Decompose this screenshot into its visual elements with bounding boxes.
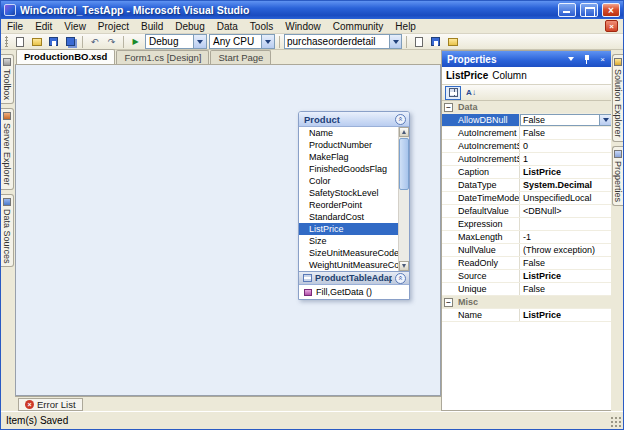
chevron-down-icon[interactable] [193, 35, 206, 48]
property-row[interactable]: −Misc [442, 296, 612, 309]
menu-item[interactable]: Debug [169, 19, 210, 34]
property-row[interactable]: −Caption ListPrice [442, 166, 612, 179]
close-button[interactable]: × [602, 3, 620, 17]
properties-header[interactable]: Properties × [442, 51, 612, 67]
adapter-method-row[interactable]: Fill,GetData () [299, 285, 409, 299]
open-file-icon[interactable] [29, 35, 44, 48]
property-row[interactable]: −DateTimeMode UnspecifiedLocal [442, 192, 612, 205]
start-debug-icon[interactable]: ▶ [128, 35, 143, 48]
menu-close-icon[interactable]: × [605, 20, 618, 32]
close-panel-icon[interactable]: × [596, 53, 609, 65]
menu-item[interactable]: View [58, 19, 92, 34]
toolbar-extra-icon[interactable] [445, 35, 460, 48]
categorized-icon[interactable] [445, 86, 461, 100]
property-value[interactable]: ListPrice [520, 166, 612, 178]
property-row[interactable]: −AllowDBNull False [442, 114, 612, 127]
dataset-designer-surface[interactable]: Product « NameProductNumberMakeFlagFinis… [15, 65, 441, 396]
save-all-icon[interactable] [63, 35, 78, 48]
find-input[interactable] [285, 36, 389, 48]
property-row[interactable]: −Expression [442, 218, 612, 231]
left-dock-tab[interactable]: Data Sources [1, 194, 14, 268]
menu-item[interactable]: Data [211, 19, 244, 34]
collapse-chevron-icon[interactable]: « [395, 273, 406, 284]
product-column-row[interactable]: Name [299, 127, 398, 139]
scrollbar-thumb[interactable] [399, 138, 409, 190]
save-icon[interactable] [46, 35, 61, 48]
property-row[interactable]: −Data [442, 101, 612, 114]
product-column-row[interactable]: WeightUnitMeasureCode [299, 259, 398, 271]
resize-grip[interactable] [609, 415, 622, 428]
menu-item[interactable]: Project [92, 19, 135, 34]
collapse-icon[interactable]: − [444, 103, 453, 112]
property-value[interactable]: False [520, 283, 612, 295]
product-column-row[interactable]: Size [299, 235, 398, 247]
scroll-down-icon[interactable] [399, 261, 409, 271]
toolbar-extra-icon[interactable] [411, 35, 426, 48]
menu-item[interactable]: Tools [244, 19, 279, 34]
product-column-row[interactable]: ListPrice [299, 223, 398, 235]
chevron-down-icon[interactable] [261, 35, 274, 48]
property-value[interactable]: ListPrice [520, 309, 612, 321]
collapse-icon[interactable]: − [444, 298, 453, 307]
property-row[interactable]: −MaxLength -1 [442, 231, 612, 244]
new-file-icon[interactable] [12, 35, 27, 48]
property-row[interactable]: −DefaultValue <DBNull> [442, 205, 612, 218]
find-combo[interactable] [284, 34, 402, 49]
property-value[interactable]: UnspecifiedLocal [520, 192, 612, 204]
redo-icon[interactable]: ↷ [104, 35, 119, 48]
left-dock-tab[interactable]: Server Explorer [1, 108, 14, 190]
property-value[interactable]: 0 [520, 140, 612, 152]
undo-icon[interactable]: ↶ [87, 35, 102, 48]
product-column-row[interactable]: MakeFlag [299, 151, 398, 163]
menu-item[interactable]: Edit [29, 19, 58, 34]
property-value[interactable]: 1 [520, 153, 612, 165]
property-value[interactable]: ListPrice [520, 270, 612, 282]
chevron-down-icon[interactable] [389, 35, 401, 48]
document-tab[interactable]: Start Page [210, 50, 271, 64]
product-scrollbar[interactable] [398, 127, 409, 271]
product-column-row[interactable]: ReorderPoint [299, 199, 398, 211]
left-dock-tab[interactable]: Toolbox [1, 54, 14, 104]
property-row[interactable]: −AutoIncrementSeed 0 [442, 140, 612, 153]
product-column-row[interactable]: ProductNumber [299, 139, 398, 151]
product-column-row[interactable]: Color [299, 175, 398, 187]
scroll-up-icon[interactable] [399, 127, 409, 137]
property-value[interactable]: False [520, 114, 612, 126]
property-value[interactable]: -1 [520, 231, 612, 243]
property-row[interactable]: −Unique False [442, 283, 612, 296]
document-tab[interactable]: ProductionBO.xsd [16, 49, 115, 64]
property-value[interactable]: System.Decimal [520, 179, 612, 191]
menu-item[interactable]: Window [279, 19, 327, 34]
alphabetical-sort-icon[interactable]: A↓ [463, 86, 479, 100]
maximize-button[interactable] [580, 3, 598, 17]
dropdown-arrow-icon[interactable] [599, 115, 611, 125]
property-value[interactable]: False [520, 257, 612, 269]
property-row[interactable]: −NullValue (Throw exception) [442, 244, 612, 257]
product-column-row[interactable]: FinishedGoodsFlag [299, 163, 398, 175]
menu-item[interactable]: Help [389, 19, 422, 34]
product-column-row[interactable]: SizeUnitMeasureCode [299, 247, 398, 259]
table-adapter-header[interactable]: ProductTableAdapter « [299, 271, 409, 285]
property-row[interactable]: −ReadOnly False [442, 257, 612, 270]
toolbar-extra-icon[interactable] [428, 35, 443, 48]
property-row[interactable]: −Source ListPrice [442, 270, 612, 283]
menu-item[interactable]: Build [135, 19, 169, 34]
error-list-tab[interactable]: × Error List [18, 398, 83, 411]
pin-icon[interactable] [580, 53, 593, 65]
document-tab[interactable]: Form1.cs [Design] [116, 50, 209, 64]
window-menu-icon[interactable] [564, 53, 577, 65]
property-row[interactable]: −DataType System.Decimal [442, 179, 612, 192]
solution-configuration-combo[interactable]: Debug [145, 34, 207, 49]
property-row[interactable]: −AutoIncrement False [442, 127, 612, 140]
toolbar-grip[interactable] [5, 36, 8, 47]
collapse-chevron-icon[interactable]: « [395, 114, 406, 125]
property-row[interactable]: −Name ListPrice [442, 309, 612, 322]
right-dock-tab[interactable]: Properties [612, 146, 623, 206]
solution-platform-combo[interactable]: Any CPU [209, 34, 275, 49]
minimize-button[interactable] [558, 3, 576, 17]
menu-item[interactable]: File [1, 19, 29, 34]
property-value[interactable]: <DBNull> [520, 205, 612, 217]
property-row[interactable]: −AutoIncrementStep 1 [442, 153, 612, 166]
property-value[interactable]: (Throw exception) [520, 244, 612, 256]
property-value[interactable] [520, 218, 612, 230]
